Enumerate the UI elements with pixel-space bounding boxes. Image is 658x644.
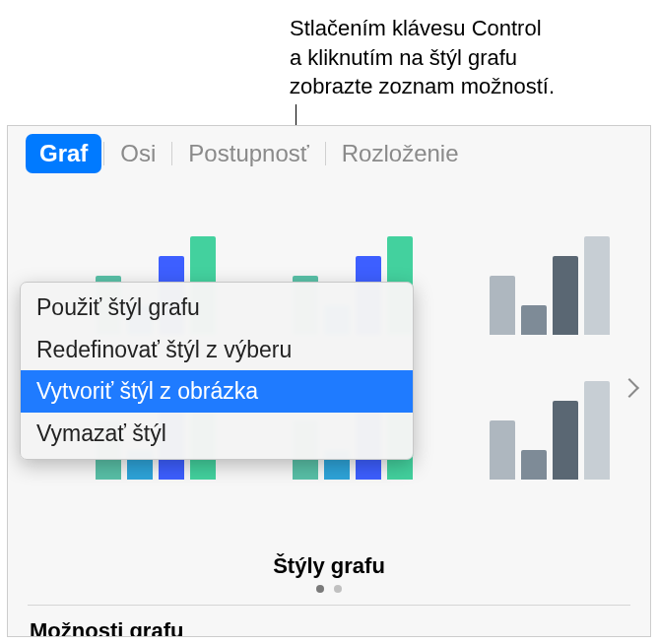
chart-style-context-menu: Použiť štýl grafu Redefinovať štýl z výb…: [20, 282, 414, 460]
callout-line: zobrazte zoznam možností.: [290, 74, 555, 98]
inspector-tabs: Graf Osi Postupnosť Rozloženie: [8, 126, 650, 177]
chart-styles-area: Použiť štýl grafu Redefinovať štýl z výb…: [8, 189, 650, 484]
thumb-bar: [553, 256, 578, 335]
pager-dot[interactable]: [316, 585, 324, 593]
menu-apply-chart-style[interactable]: Použiť štýl grafu: [21, 287, 413, 329]
chart-styles-label: Štýly grafu: [8, 553, 650, 579]
menu-redefine-style[interactable]: Redefinovať štýl z výberu: [21, 329, 413, 371]
thumb-bar: [584, 381, 610, 480]
menu-delete-style[interactable]: Vymazať štýl: [21, 413, 413, 455]
thumb-bar: [553, 401, 578, 480]
callout-text: Stlačením klávesu Control a kliknutím na…: [290, 14, 644, 101]
chart-style-thumb[interactable]: [461, 352, 638, 480]
tab-separator: [325, 142, 326, 165]
thumb-bar: [521, 305, 547, 335]
thumb-bar: [490, 420, 515, 480]
styles-pager: [8, 585, 650, 593]
tab-axes[interactable]: Osi: [106, 134, 169, 173]
callout-line: a kliknutím na štýl grafu: [290, 45, 517, 70]
inspector-panel: Graf Osi Postupnosť Rozloženie: [7, 125, 651, 637]
section-divider: [28, 605, 630, 606]
chart-style-thumb[interactable]: [461, 207, 638, 335]
pager-dot[interactable]: [334, 585, 342, 593]
thumb-bar: [584, 236, 610, 335]
tab-chart[interactable]: Graf: [26, 134, 101, 173]
tab-separator: [171, 142, 172, 165]
callout-line: Stlačením klávesu Control: [290, 16, 542, 40]
tab-separator: [103, 142, 104, 165]
thumb-bar: [521, 450, 547, 480]
tab-layout[interactable]: Rozloženie: [328, 134, 473, 173]
tab-series[interactable]: Postupnosť: [174, 134, 322, 173]
menu-create-style-from-image[interactable]: Vytvoriť štýl z obrázka: [21, 370, 413, 413]
chart-options-section-title: Možnosti grafu: [30, 618, 183, 637]
thumb-bar: [490, 276, 515, 335]
